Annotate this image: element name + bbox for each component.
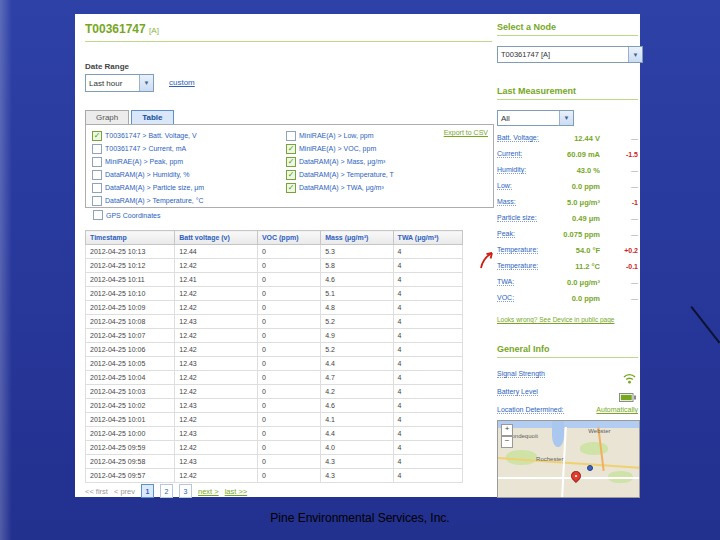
map-marker-red[interactable] (569, 469, 583, 483)
measurement-delta: -0.1 (604, 263, 638, 270)
map-water (498, 421, 639, 428)
table-cell: 4.4 (321, 357, 393, 371)
parameter-label: DataRAM(A) > Temperature, T (299, 171, 394, 178)
measurement-label[interactable]: Current: (497, 150, 522, 158)
measurement-row: Temperature:11.2 °C-0.1 (497, 260, 638, 276)
measurement-list: Batt. Voltage:12.44 V—Current:60.09 mA-1… (497, 132, 638, 308)
pagination-page-2[interactable]: 2 (160, 484, 173, 498)
map-marker-blue[interactable] (587, 465, 593, 471)
pagination-page-3[interactable]: 3 (179, 484, 192, 498)
parameter-checkbox-item[interactable]: ✓MiniRAE(A) > VOC, ppm (286, 142, 446, 155)
export-csv-link[interactable]: Export to CSV (444, 129, 488, 136)
checkbox-icon[interactable] (286, 131, 296, 141)
parameter-checkbox-item[interactable]: DataRAM(A) > Humidity, % (92, 168, 280, 181)
table-cell: 12.42 (175, 287, 258, 301)
parameter-checkbox-item[interactable]: MiniRAE(A) > Low, ppm (286, 129, 446, 142)
view-tabs: GraphTable (85, 106, 176, 122)
table-cell: 12.42 (175, 259, 258, 273)
table-cell: 0 (257, 329, 320, 343)
pagination-prev: < prev (114, 487, 135, 496)
tab-graph[interactable]: Graph (85, 110, 129, 125)
column-header[interactable]: Mass (μg/m³) (321, 231, 393, 245)
table-cell: 4 (393, 413, 462, 427)
table-row: 2012-04-25 10:0412.4204.74 (86, 371, 463, 385)
battery-level-label[interactable]: Battery Level (497, 388, 538, 396)
measurement-label[interactable]: VOC: (497, 294, 514, 302)
checkbox-icon[interactable]: ✓ (286, 170, 296, 180)
map[interactable]: IrondequoitWebsterRochester + − (497, 420, 640, 498)
measurement-label[interactable]: Temperature: (497, 246, 538, 254)
measurement-label[interactable]: Particle size: (497, 214, 537, 222)
column-header[interactable]: VOC (ppm) (257, 231, 320, 245)
chevron-down-icon[interactable]: ▼ (559, 111, 573, 125)
measurement-label[interactable]: Temperature: (497, 262, 538, 270)
chevron-down-icon[interactable]: ▼ (139, 75, 153, 91)
measurement-label[interactable]: Mass: (497, 198, 516, 206)
table-cell: 0 (257, 287, 320, 301)
table-cell: 4.3 (321, 455, 393, 469)
pagination-page-1[interactable]: 1 (141, 484, 154, 498)
checkbox-icon[interactable] (92, 183, 102, 193)
table-cell: 2012-04-25 09:59 (86, 441, 175, 455)
node-select[interactable]: T00361747 [A] ▼ (497, 46, 643, 63)
table-cell: 4.6 (321, 399, 393, 413)
parameter-checkbox-item[interactable]: ✓DataRAM(A) > Temperature, T (286, 168, 446, 181)
measurement-row: Particle size:0.49 μm— (497, 212, 638, 228)
measurement-filter-select[interactable]: All ▼ (497, 110, 574, 126)
checkbox-icon[interactable] (92, 196, 102, 206)
parameter-checkbox-item[interactable]: DataRAM(A) > Temperature, °C (92, 194, 280, 207)
parameter-checkbox-item[interactable]: ✓DataRAM(A) > TWA, μg/m³ (286, 181, 446, 194)
table-row: 2012-04-25 10:0712.4204.94 (86, 329, 463, 343)
zoom-out-button[interactable]: − (501, 436, 513, 448)
table-cell: 0 (257, 259, 320, 273)
parameter-checkbox-item[interactable]: DataRAM(A) > Particle size, μm (92, 181, 280, 194)
checkbox-icon[interactable] (93, 210, 103, 220)
map-place-label: Webster (588, 428, 610, 434)
table-cell: 4.9 (321, 329, 393, 343)
table-cell: 2012-04-25 10:10 (86, 287, 175, 301)
column-header[interactable]: Batt voltage (v) (175, 231, 258, 245)
table-row: 2012-04-25 10:0312.4204.24 (86, 385, 463, 399)
parameter-label: DataRAM(A) > Humidity, % (105, 171, 189, 178)
table-cell: 4.7 (321, 371, 393, 385)
zoom-in-button[interactable]: + (501, 424, 513, 436)
measurement-delta: — (604, 231, 638, 238)
pagination-last[interactable]: last >> (225, 487, 248, 496)
table-row: 2012-04-25 10:0912.4204.84 (86, 301, 463, 315)
checkbox-icon[interactable] (92, 170, 102, 180)
location-determined-value[interactable]: Automatically (596, 406, 638, 413)
checkbox-icon[interactable]: ✓ (286, 183, 296, 193)
measurement-label[interactable]: Low: (497, 182, 512, 190)
chevron-down-icon[interactable]: ▼ (628, 47, 642, 62)
measurement-value: 54.0 °F (576, 246, 600, 255)
table-cell: 12.42 (175, 343, 258, 357)
column-header[interactable]: Timestamp (86, 231, 175, 245)
signal-strength-label[interactable]: Signal Strength (497, 370, 545, 378)
checkbox-icon[interactable]: ✓ (92, 131, 102, 141)
table-cell: 4 (393, 399, 462, 413)
measurement-label[interactable]: Humidity: (497, 166, 526, 174)
checkbox-icon[interactable]: ✓ (286, 144, 296, 154)
date-range-select[interactable]: Last hour ▼ (85, 74, 154, 92)
measurement-label[interactable]: Peak: (497, 230, 515, 238)
checkbox-icon[interactable] (92, 157, 102, 167)
gps-coordinates-checkbox[interactable]: GPS Coordinates (93, 210, 160, 220)
parameter-checkbox-item[interactable]: MiniRAE(A) > Peak, ppm (92, 155, 280, 168)
checkbox-icon[interactable]: ✓ (286, 157, 296, 167)
table-cell: 4 (393, 455, 462, 469)
tab-table[interactable]: Table (131, 110, 173, 125)
measurement-label[interactable]: Batt. Voltage: (497, 134, 539, 142)
pagination-next[interactable]: next > (198, 487, 219, 496)
table-cell: 2012-04-25 10:06 (86, 343, 175, 357)
checkbox-icon[interactable] (92, 144, 102, 154)
parameter-column-right: MiniRAE(A) > Low, ppm✓MiniRAE(A) > VOC, … (286, 129, 446, 194)
public-page-link[interactable]: Looks wrong? See Device in public page (497, 316, 638, 323)
parameter-checkbox-item[interactable]: T00361747 > Current, mA (92, 142, 280, 155)
parameter-checkbox-item[interactable]: ✓DataRAM(A) > Mass, μg/m³ (286, 155, 446, 168)
parameter-checkbox-item[interactable]: ✓T00361747 > Batt. Voltage, V (92, 129, 280, 142)
measurement-label[interactable]: TWA: (497, 278, 514, 286)
custom-range-link[interactable]: custom (169, 78, 195, 87)
measurement-delta: +0.2 (604, 247, 638, 254)
column-header[interactable]: TWA (μg/m³) (393, 231, 462, 245)
table-cell: 12.42 (175, 371, 258, 385)
